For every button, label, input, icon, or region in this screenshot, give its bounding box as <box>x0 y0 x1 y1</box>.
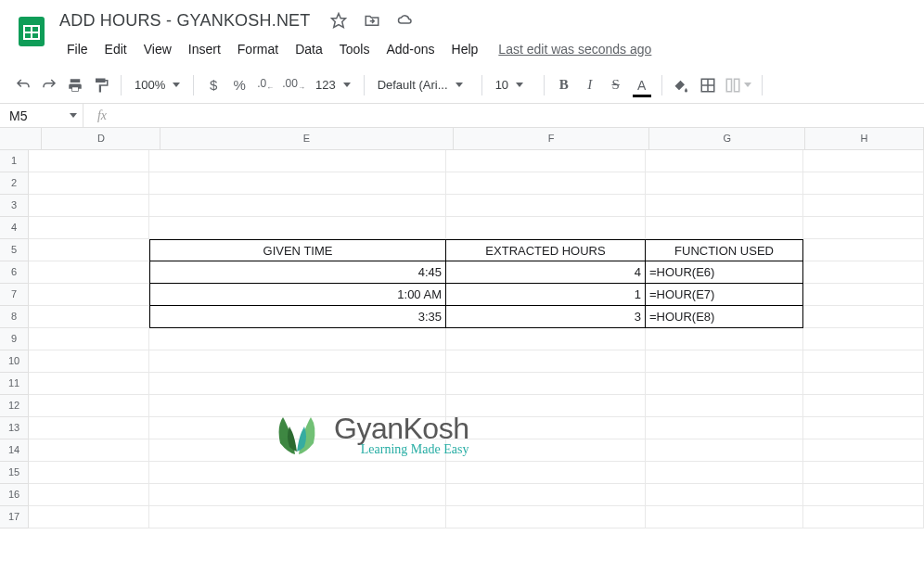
menu-data[interactable]: Data <box>288 40 330 58</box>
cell-E16[interactable] <box>149 484 446 506</box>
cell-G14[interactable] <box>646 439 803 462</box>
cell-E8[interactable]: 3:35 <box>149 306 446 328</box>
menu-file[interactable]: File <box>59 40 96 58</box>
cell-E13[interactable] <box>149 417 446 439</box>
cell-D9[interactable] <box>29 328 149 350</box>
text-color-button[interactable]: A <box>630 72 654 98</box>
cell-E7[interactable]: 1:00 AM <box>149 284 446 306</box>
cell-H17[interactable] <box>803 506 924 528</box>
row-header-12[interactable]: 12 <box>0 395 28 417</box>
row-header-13[interactable]: 13 <box>0 417 28 439</box>
col-header-g[interactable]: G <box>649 128 804 149</box>
redo-button[interactable] <box>37 72 61 98</box>
fontsize-select[interactable]: 10 <box>490 72 536 98</box>
cell-F14[interactable] <box>446 439 646 462</box>
cell-E4[interactable] <box>149 217 446 239</box>
cell-F8[interactable]: 3 <box>446 306 646 328</box>
cell-H8[interactable] <box>803 306 924 328</box>
cell-D17[interactable] <box>29 506 149 528</box>
cell-E15[interactable] <box>149 462 446 484</box>
cell-F7[interactable]: 1 <box>446 284 646 306</box>
decrease-decimal-button[interactable]: .0← <box>253 72 277 98</box>
undo-button[interactable] <box>11 72 35 98</box>
row-header-3[interactable]: 3 <box>0 195 28 217</box>
menu-insert[interactable]: Insert <box>181 40 228 58</box>
cell-D7[interactable] <box>29 284 149 306</box>
cell-G5[interactable]: FUNCTION USED <box>646 239 803 261</box>
menu-view[interactable]: View <box>136 40 179 58</box>
row-header-7[interactable]: 7 <box>0 284 28 306</box>
row-header-17[interactable]: 17 <box>0 506 28 528</box>
cell-H16[interactable] <box>803 484 924 506</box>
menu-addons[interactable]: Add-ons <box>379 40 442 58</box>
cell-F2[interactable] <box>446 172 646 195</box>
row-header-1[interactable]: 1 <box>0 150 28 172</box>
cell-D3[interactable] <box>29 195 149 217</box>
cell-F12[interactable] <box>446 395 646 417</box>
cell-G2[interactable] <box>646 172 803 195</box>
menu-tools[interactable]: Tools <box>332 40 378 58</box>
cell-G11[interactable] <box>646 373 803 395</box>
zoom-select[interactable]: 100% <box>129 72 186 98</box>
font-select[interactable]: Default (Ari... <box>372 72 474 98</box>
borders-button[interactable] <box>696 72 720 98</box>
cell-E3[interactable] <box>149 195 446 217</box>
cell-E12[interactable] <box>149 395 446 417</box>
cell-F6[interactable]: 4 <box>446 261 646 284</box>
cell-D12[interactable] <box>29 395 149 417</box>
cell-G8[interactable]: =HOUR(E8) <box>646 306 803 328</box>
cell-G10[interactable] <box>646 350 803 373</box>
cell-H12[interactable] <box>803 395 924 417</box>
menu-edit[interactable]: Edit <box>97 40 135 58</box>
cell-F1[interactable] <box>446 150 646 172</box>
cell-H13[interactable] <box>803 417 924 439</box>
col-header-f[interactable]: F <box>454 128 650 149</box>
move-icon[interactable] <box>363 11 381 30</box>
cell-H11[interactable] <box>803 373 924 395</box>
merge-button[interactable] <box>722 72 754 98</box>
cell-H3[interactable] <box>803 195 924 217</box>
cell-F11[interactable] <box>446 373 646 395</box>
strikethrough-button[interactable]: S <box>604 72 628 98</box>
cell-H1[interactable] <box>803 150 924 172</box>
cell-E10[interactable] <box>149 350 446 373</box>
menu-format[interactable]: Format <box>230 40 286 58</box>
cell-F9[interactable] <box>446 328 646 350</box>
cell-D13[interactable] <box>29 417 149 439</box>
row-header-2[interactable]: 2 <box>0 172 28 195</box>
cell-D15[interactable] <box>29 462 149 484</box>
cell-D8[interactable] <box>29 306 149 328</box>
row-header-9[interactable]: 9 <box>0 328 28 350</box>
cell-G12[interactable] <box>646 395 803 417</box>
cell-E9[interactable] <box>149 328 446 350</box>
cell-F17[interactable] <box>446 506 646 528</box>
cell-G9[interactable] <box>646 328 803 350</box>
col-header-h[interactable]: H <box>805 128 924 149</box>
cell-D5[interactable] <box>29 239 149 261</box>
fill-color-button[interactable] <box>670 72 694 98</box>
cell-H9[interactable] <box>803 328 924 350</box>
col-header-e[interactable]: E <box>160 128 453 149</box>
italic-button[interactable]: I <box>578 72 602 98</box>
cell-F13[interactable] <box>446 417 646 439</box>
cell-G13[interactable] <box>646 417 803 439</box>
cell-G6[interactable]: =HOUR(E6) <box>646 261 803 284</box>
name-box[interactable]: M5 <box>0 104 83 127</box>
cell-H2[interactable] <box>803 172 924 195</box>
percent-button[interactable]: % <box>227 72 251 98</box>
print-button[interactable] <box>63 72 87 98</box>
menu-help[interactable]: Help <box>444 40 486 58</box>
cell-E11[interactable] <box>149 373 446 395</box>
row-header-14[interactable]: 14 <box>0 439 28 462</box>
cell-F3[interactable] <box>446 195 646 217</box>
paint-format-button[interactable] <box>89 72 113 98</box>
row-header-6[interactable]: 6 <box>0 261 28 284</box>
cell-H7[interactable] <box>803 284 924 306</box>
cell-G17[interactable] <box>646 506 803 528</box>
select-all-corner[interactable] <box>0 128 42 149</box>
last-edit-link[interactable]: Last edit was seconds ago <box>498 42 651 57</box>
cell-F10[interactable] <box>446 350 646 373</box>
cell-E5[interactable]: GIVEN TIME <box>149 239 446 261</box>
format-select[interactable]: 123 <box>310 72 356 98</box>
row-header-5[interactable]: 5 <box>0 239 28 261</box>
